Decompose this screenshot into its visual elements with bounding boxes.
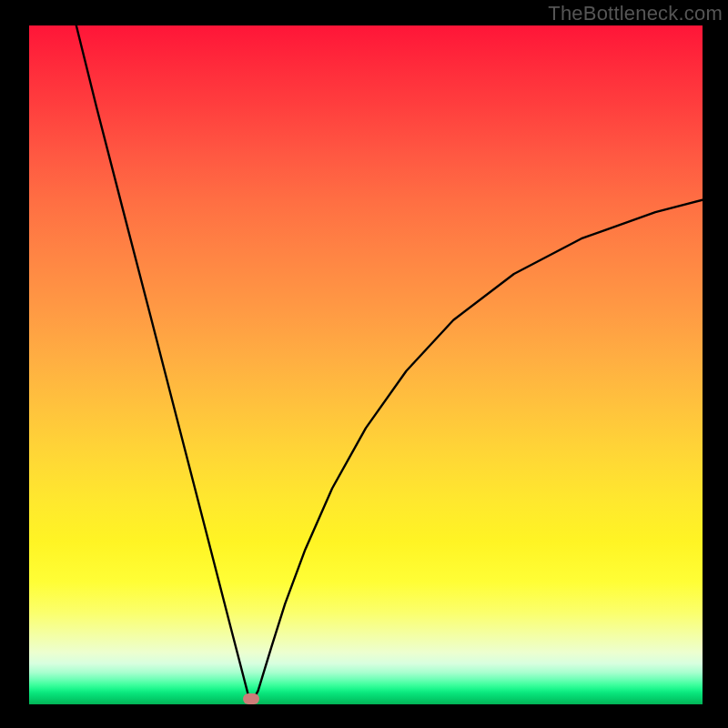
watermark-text: TheBottleneck.com (548, 2, 723, 25)
plot-area (29, 25, 703, 704)
bottleneck-curve (76, 25, 703, 704)
curve-svg (29, 25, 703, 704)
chart-container: TheBottleneck.com (0, 0, 728, 728)
minimum-marker (243, 693, 259, 704)
